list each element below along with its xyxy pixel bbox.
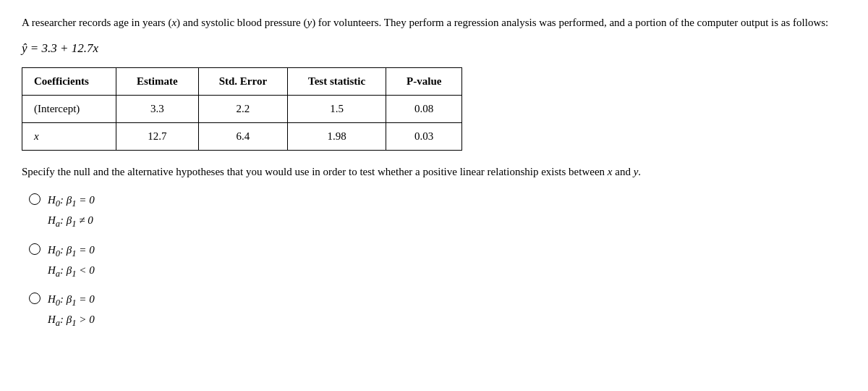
alt-hyp-2: Ha: β1 < 0 <box>48 261 95 282</box>
alt-hyp-3: Ha: β1 > 0 <box>48 311 95 331</box>
regression-table: Coefficients Estimate Std. Error Test st… <box>22 67 462 151</box>
col-header-p-value: P-value <box>386 67 462 95</box>
radio-option-2[interactable] <box>29 243 41 255</box>
col-header-test-statistic: Test statistic <box>288 67 386 95</box>
specify-text: Specify the null and the alternative hyp… <box>22 164 846 180</box>
radio-option-1[interactable] <box>29 193 41 205</box>
hypothesis-option-1[interactable]: H0: β1 = 0 Ha: β1 ≠ 0 <box>29 191 846 232</box>
cell-x-estimate: 12.7 <box>116 122 199 150</box>
cell-x-test-stat: 1.98 <box>288 122 386 150</box>
hypothesis-option-2[interactable]: H0: β1 = 0 Ha: β1 < 0 <box>29 241 846 282</box>
col-header-std-error: Std. Error <box>198 67 287 95</box>
cell-x-label: x <box>22 122 116 150</box>
cell-x-p-value: 0.03 <box>386 122 462 150</box>
alt-hyp-1: Ha: β1 ≠ 0 <box>48 211 95 232</box>
col-header-coefficients: Coefficients <box>22 67 116 95</box>
hypothesis-option-3[interactable]: H0: β1 = 0 Ha: β1 > 0 <box>29 290 846 332</box>
cell-intercept-label: (Intercept) <box>22 95 116 122</box>
null-hyp-1: H0: β1 = 0 <box>48 191 95 211</box>
cell-intercept-std-error: 2.2 <box>198 95 287 122</box>
equation-display: ŷ = 3.3 + 12.7x <box>22 41 846 56</box>
cell-intercept-p-value: 0.08 <box>386 95 462 122</box>
col-header-estimate: Estimate <box>116 67 199 95</box>
cell-intercept-estimate: 3.3 <box>116 95 199 122</box>
null-hyp-2: H0: β1 = 0 <box>48 241 95 261</box>
radio-option-3[interactable] <box>29 293 41 304</box>
hypotheses-section: H0: β1 = 0 Ha: β1 ≠ 0 H0: β1 = 0 Ha: β1 … <box>29 191 846 332</box>
table-row: (Intercept) 3.3 2.2 1.5 0.08 <box>22 95 462 122</box>
table-row: x 12.7 6.4 1.98 0.03 <box>22 122 462 150</box>
cell-x-std-error: 6.4 <box>198 122 287 150</box>
null-hyp-3: H0: β1 = 0 <box>48 290 95 311</box>
hypothesis-text-3: H0: β1 = 0 Ha: β1 > 0 <box>48 290 95 332</box>
hypothesis-text-1: H0: β1 = 0 Ha: β1 ≠ 0 <box>48 191 95 232</box>
intro-line1: A researcher records age in years (x) an… <box>22 14 846 31</box>
cell-intercept-test-stat: 1.5 <box>288 95 386 122</box>
hypothesis-text-2: H0: β1 = 0 Ha: β1 < 0 <box>48 241 95 282</box>
